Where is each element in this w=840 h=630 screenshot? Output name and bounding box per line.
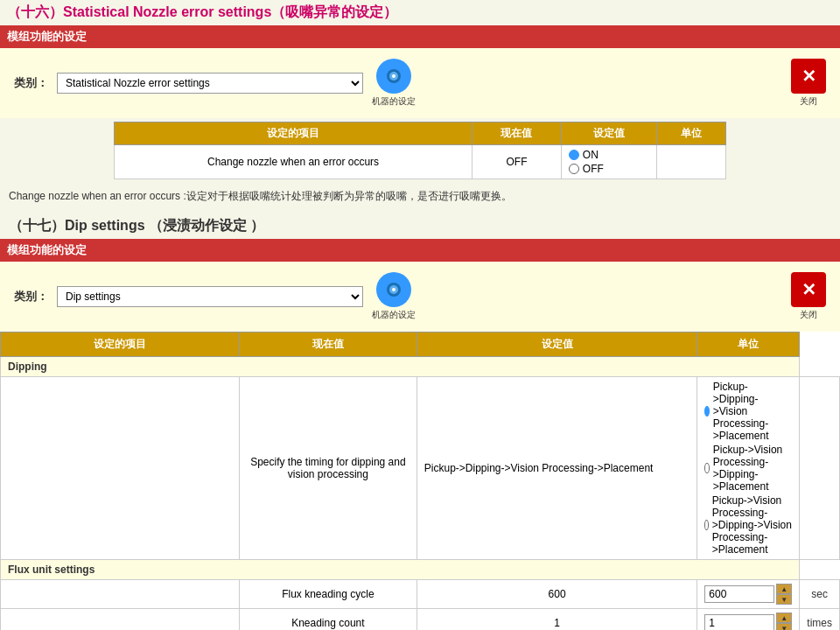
flux-indent1 xyxy=(1,580,240,609)
kneading-indent xyxy=(1,609,240,630)
dip-timing-radio1[interactable]: Pickup->Dipping->Vision Processing->Plac… xyxy=(704,381,792,442)
dip-timing-settings: Pickup->Dipping->Vision Processing->Plac… xyxy=(697,377,800,560)
section1-col2: 现在值 xyxy=(472,122,562,145)
section2-header: 模组功能的设定 xyxy=(0,239,840,262)
flux-section-label: Flux unit settings xyxy=(1,560,800,580)
dip-timing-radio1-circle xyxy=(704,406,709,416)
section1-radio-off-label: OFF xyxy=(583,163,604,175)
section1-col3: 设定值 xyxy=(561,122,656,145)
dip-timing-radio3[interactable]: Pickup->Vision Processing->Dipping->Visi… xyxy=(704,494,792,556)
section2-machine-btn-label: 机器的设定 xyxy=(372,309,416,321)
flux-kneading-arrows: ▲ ▼ xyxy=(776,584,792,605)
section1-radio-on[interactable]: ON xyxy=(569,149,598,161)
svg-point-5 xyxy=(392,288,396,291)
section1-row1-current: OFF xyxy=(472,145,562,179)
dip-timing-radio2[interactable]: Pickup->Vision Processing->Dipping->Plac… xyxy=(704,444,792,493)
dipping-section-label: Dipping xyxy=(1,357,800,377)
flux-kneading-item: Flux kneading cycle xyxy=(239,580,416,609)
dip-timing-radio3-circle xyxy=(704,520,708,530)
dip-col4: 单位 xyxy=(697,332,800,357)
svg-point-2 xyxy=(392,74,396,78)
section1-radio-on-label: ON xyxy=(583,149,598,161)
dip-timing-radio2-label: Pickup->Vision Processing->Dipping->Plac… xyxy=(713,444,793,493)
table-row: Dipping xyxy=(1,357,840,377)
dip-timing-radio1-label: Pickup->Dipping->Vision Processing->Plac… xyxy=(713,381,793,442)
section1-radio-off[interactable]: OFF xyxy=(569,163,604,175)
section2-category-row: 类别： Dip settings 机器的设定 ✕ 关闭 xyxy=(7,267,833,326)
kneading-unit: times xyxy=(800,609,840,630)
section1-header: 模组功能的设定 xyxy=(0,25,840,48)
section1-row1-item: Change nozzle when an error occurs xyxy=(115,145,472,179)
dip-col2: 现在值 xyxy=(239,332,416,357)
flux-kneading-unit: sec xyxy=(800,580,840,609)
table-row: Flux kneading cycle 600 ▲ ▼ sec xyxy=(1,580,840,609)
kneading-input[interactable] xyxy=(704,614,774,630)
section2-category-select[interactable]: Dip settings xyxy=(57,286,363,307)
kneading-spinbox: ▲ ▼ xyxy=(704,612,792,630)
section2-close-btn[interactable]: ✕ 关闭 xyxy=(791,272,826,321)
dip-timing-radio-group: Pickup->Dipping->Vision Processing->Plac… xyxy=(704,381,792,556)
dip-timing-current: Pickup->Dipping->Vision Processing->Plac… xyxy=(416,377,697,560)
section1-machine-btn-circle xyxy=(376,59,411,94)
section1-radio-group: ON OFF xyxy=(569,149,649,175)
section2-table: 设定的项目 现在值 设定值 单位 Dipping Specify the tim… xyxy=(0,332,840,630)
section1-category-label: 类别： xyxy=(14,75,48,91)
section2-close-label: 关闭 xyxy=(800,309,817,321)
dip-timing-radio2-circle xyxy=(704,463,709,473)
section1-machine-btn[interactable]: 机器的设定 xyxy=(372,59,416,108)
kneading-arrows: ▲ ▼ xyxy=(776,612,792,630)
table-row: Flux unit settings xyxy=(1,560,840,580)
dip-timing-radio3-label: Pickup->Vision Processing->Dipping->Visi… xyxy=(712,494,793,556)
kneading-item: Kneading count xyxy=(239,609,416,630)
section1-close-btn[interactable]: ✕ 关闭 xyxy=(791,59,826,108)
flux-kneading-input[interactable] xyxy=(704,585,774,603)
section1-radio-on-circle xyxy=(569,150,579,160)
section1-category-select[interactable]: Statistical Nozzle error settings xyxy=(57,73,363,94)
section1-close-icon: ✕ xyxy=(791,59,826,94)
page-title: （十六）Statistical Nozzle error settings（吸嘴… xyxy=(0,0,840,25)
section1-col1: 设定的项目 xyxy=(115,122,472,145)
dip-timing-indent xyxy=(1,377,240,560)
section2-machine-btn[interactable]: 机器的设定 xyxy=(372,272,416,321)
dip-col3: 设定值 xyxy=(416,332,697,357)
dip-timing-unit xyxy=(800,377,840,560)
section2-category-label: 类别： xyxy=(14,289,48,304)
section2-machine-btn-circle xyxy=(376,272,411,307)
kneading-current: 1 xyxy=(416,609,697,630)
dip-col1: 设定的项目 xyxy=(1,332,240,357)
flux-kneading-spinbox: ▲ ▼ xyxy=(704,584,792,605)
kneading-up[interactable]: ▲ xyxy=(776,612,792,623)
section1-row1-unit xyxy=(657,145,726,179)
section1-description: Change nozzle when an error occurs :设定对于… xyxy=(0,183,840,210)
table-row: Change nozzle when an error occurs OFF O… xyxy=(115,145,726,179)
flux-kneading-current: 600 xyxy=(416,580,697,609)
table-row: Specify the timing for dipping and visio… xyxy=(1,377,840,560)
table-row: Kneading count 1 ▲ ▼ times xyxy=(1,609,840,630)
flux-kneading-down[interactable]: ▼ xyxy=(776,594,792,605)
section1-radio-off-circle xyxy=(569,164,579,174)
flux-kneading-up[interactable]: ▲ xyxy=(776,584,792,594)
section1-row1-setting: ON OFF xyxy=(561,145,656,179)
section2-close-icon: ✕ xyxy=(791,272,826,307)
section1-close-label: 关闭 xyxy=(800,95,817,108)
section1-table: 设定的项目 现在值 设定值 单位 Change nozzle when an e… xyxy=(114,122,726,179)
dip-timing-item: Specify the timing for dipping and visio… xyxy=(239,377,416,560)
section1-col4: 单位 xyxy=(657,122,726,145)
section1-machine-btn-label: 机器的设定 xyxy=(372,95,416,108)
section2-title: （十七）Dip settings （浸渍动作设定 ） xyxy=(0,210,840,239)
section1-category-row: 类别： Statistical Nozzle error settings 机器… xyxy=(7,53,833,113)
kneading-setting: ▲ ▼ xyxy=(697,609,800,630)
kneading-down[interactable]: ▼ xyxy=(776,623,792,630)
flux-kneading-setting: ▲ ▼ xyxy=(697,580,800,609)
